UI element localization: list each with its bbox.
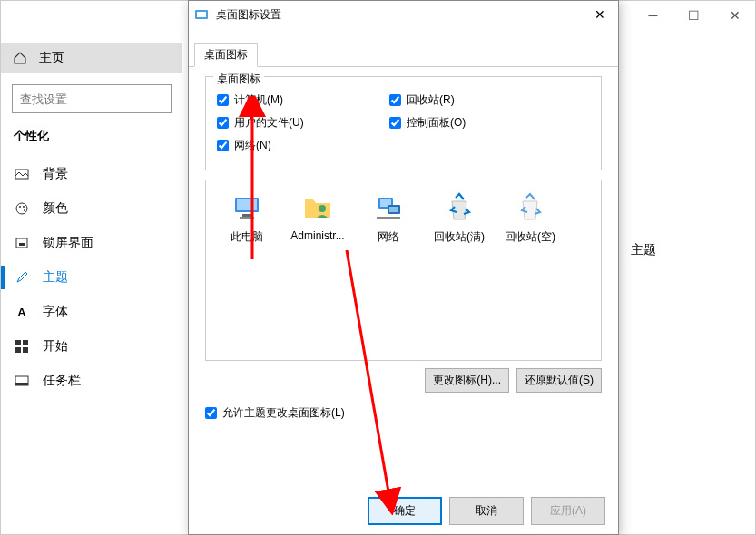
svg-rect-7 — [15, 340, 21, 345]
dialog-title: 桌面图标设置 — [216, 7, 281, 23]
svg-point-3 — [23, 206, 25, 208]
sidebar-item-taskbar[interactable]: 任务栏 — [1, 364, 182, 398]
dialog-tabs: 桌面图标 — [189, 43, 618, 67]
sidebar-item-fonts[interactable]: A 字体 — [1, 295, 182, 329]
nav-label: 颜色 — [43, 200, 68, 217]
home-icon — [12, 50, 28, 66]
nav-label: 背景 — [43, 166, 68, 182]
svg-rect-10 — [23, 347, 28, 353]
dialog-close-button[interactable]: ✕ — [587, 3, 613, 26]
nav-label: 锁屏界面 — [43, 235, 93, 251]
computer-icon — [231, 191, 263, 224]
restore-default-button[interactable]: 还原默认值(S) — [516, 368, 602, 393]
svg-rect-8 — [23, 340, 28, 345]
sidebar-item-colors[interactable]: 颜色 — [1, 191, 182, 226]
svg-rect-16 — [237, 199, 257, 210]
home-label: 主页 — [39, 50, 64, 66]
sidebar-item-lockscreen[interactable]: 锁屏界面 — [1, 226, 182, 260]
sidebar-item-themes[interactable]: 主题 — [1, 260, 182, 295]
brush-icon — [14, 269, 30, 286]
svg-rect-23 — [389, 207, 398, 212]
minimize-button[interactable]: ─ — [633, 2, 673, 29]
checkbox-recyclebin[interactable]: 回收站(R) — [389, 92, 562, 108]
network-icon — [372, 191, 405, 224]
cancel-button[interactable]: 取消 — [449, 497, 524, 525]
section-title: 个性化 — [1, 128, 182, 144]
home-link[interactable]: 主页 — [1, 43, 182, 73]
svg-rect-12 — [15, 383, 28, 385]
nav-label: 字体 — [43, 304, 68, 320]
desktop-icon-settings-dialog: 桌面图标设置 ✕ 桌面图标 桌面图标 计算机(M) 回收站(R) 用户的文件(U… — [188, 0, 619, 535]
checkbox-allow-theme[interactable]: 允许主题更改桌面图标(L) — [205, 405, 602, 421]
recycle-full-icon — [443, 191, 476, 224]
icon-preview-list: 此电脑 Administr... 网络 回收站(满) 回收站(空) — [205, 180, 602, 361]
dialog-footer: 确定 取消 应用(A) — [368, 497, 605, 525]
maximize-button[interactable]: ☐ — [673, 2, 714, 29]
picture-icon — [14, 166, 30, 182]
sidebar: 主页 个性化 背景 颜色 锁屏界面 主题 A 字体 开始 — [1, 43, 182, 534]
icon-item-network[interactable]: 网络 — [355, 191, 422, 245]
close-button[interactable]: ✕ — [714, 2, 755, 29]
sidebar-item-start[interactable]: 开始 — [1, 329, 182, 364]
checkbox-computer[interactable]: 计算机(M) — [217, 92, 389, 108]
palette-icon — [14, 200, 30, 217]
svg-rect-17 — [242, 214, 251, 217]
search-input[interactable] — [12, 84, 172, 113]
dialog-icon — [194, 7, 209, 22]
change-icon-button[interactable]: 更改图标(H)... — [425, 368, 509, 393]
dialog-titlebar: 桌面图标设置 ✕ — [189, 1, 618, 28]
icon-item-recyclefull[interactable]: 回收站(满) — [426, 191, 493, 245]
taskbar-icon — [14, 373, 30, 389]
font-icon: A — [14, 304, 30, 320]
start-icon — [14, 338, 30, 355]
svg-rect-6 — [19, 243, 25, 246]
tab-desktop-icons[interactable]: 桌面图标 — [194, 43, 258, 67]
icon-item-admin[interactable]: Administr... — [284, 191, 351, 242]
svg-rect-9 — [15, 347, 21, 353]
svg-point-19 — [319, 205, 326, 212]
svg-rect-14 — [197, 12, 206, 17]
icon-item-recycleempty[interactable]: 回收站(空) — [496, 191, 564, 245]
theme-text-fragment: 主题 — [631, 242, 656, 258]
apply-button[interactable]: 应用(A) — [531, 497, 605, 525]
checkbox-userfiles[interactable]: 用户的文件(U) — [217, 115, 389, 131]
icon-item-thispc[interactable]: 此电脑 — [213, 191, 280, 245]
svg-point-1 — [16, 203, 27, 214]
recycle-empty-icon — [514, 191, 546, 224]
fieldset-legend: 桌面图标 — [213, 72, 264, 87]
nav-label: 任务栏 — [43, 373, 81, 389]
sidebar-item-background[interactable]: 背景 — [1, 157, 182, 191]
checkbox-network[interactable]: 网络(N) — [217, 138, 389, 153]
svg-point-4 — [24, 209, 25, 211]
lock-icon — [14, 235, 30, 251]
user-folder-icon — [301, 191, 334, 224]
ok-button[interactable]: 确定 — [368, 497, 442, 525]
desktop-icons-fieldset: 桌面图标 计算机(M) 回收站(R) 用户的文件(U) 控制面板(O) 网络(N… — [205, 76, 602, 170]
nav-label: 主题 — [43, 269, 68, 286]
svg-rect-18 — [240, 217, 254, 219]
checkbox-controlpanel[interactable]: 控制面板(O) — [389, 115, 562, 131]
nav-label: 开始 — [43, 338, 68, 355]
svg-point-2 — [19, 206, 21, 208]
